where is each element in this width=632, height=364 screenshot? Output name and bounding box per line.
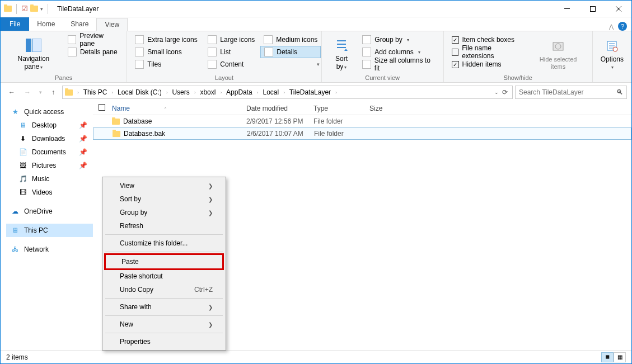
chevron-right-icon[interactable]: › [256,90,260,95]
content-view[interactable]: Content [204,58,260,70]
context-new[interactable]: New❯ [104,318,224,331]
file-row[interactable]: Database.bak 2/6/2017 10:07 AM File fold… [93,127,631,140]
context-customize[interactable]: Customize this folder... [104,237,224,250]
help-icon[interactable]: ? [618,22,627,31]
sidebar-desktop[interactable]: 🖥Desktop📌 [6,119,93,132]
navigation-pane-button[interactable]: Navigation pane▾ [5,34,62,73]
current-view-label: Current view [326,73,439,81]
breadcrumb[interactable]: Local [260,86,281,98]
check-icon[interactable]: ☑ [21,4,28,13]
details-label: Details [277,48,297,56]
qat-dropdown[interactable]: ▾ [40,6,43,12]
collapse-ribbon-icon[interactable]: ⋀ [609,23,614,30]
tiles-view[interactable]: Tiles [132,58,204,70]
thumbnails-view-toggle[interactable]: ▦ [614,352,626,362]
forward-button[interactable]: → [21,86,34,99]
layout-expand-icon[interactable]: ▾ [317,62,320,67]
file-tab[interactable]: File [1,17,29,31]
chevron-right-icon[interactable]: › [219,90,223,95]
breadcrumb[interactable]: TileDataLayer [287,86,333,98]
breadcrumb[interactable]: AppData [224,86,255,98]
large-icons[interactable]: Large icons [204,34,260,46]
context-group-by[interactable]: Group by❯ [104,206,224,219]
sidebar-this-pc[interactable]: 🖥This PC [6,224,93,237]
share-tab[interactable]: Share [63,17,96,31]
sidebar-network[interactable]: 🖧Network [6,243,93,256]
minimize-button[interactable] [554,1,580,17]
select-all-checkbox[interactable] [99,104,105,111]
details-view-toggle[interactable]: ≣ [601,352,614,362]
pin-icon: 📌 [79,135,87,143]
breadcrumb[interactable]: This PC [81,86,110,98]
details-pane-button[interactable]: Details pane [64,46,122,58]
breadcrumb[interactable]: Users [170,86,191,98]
context-paste[interactable]: Paste [106,255,222,268]
chevron-right-icon[interactable]: › [110,90,114,95]
context-paste-shortcut[interactable]: Paste shortcut [104,270,224,283]
context-refresh[interactable]: Refresh [104,219,224,233]
list-view[interactable]: List [204,46,260,58]
sidebar-item-label: Music [32,175,49,183]
sidebar-onedrive[interactable]: ☁OneDrive [6,205,93,218]
view-tab[interactable]: View [96,18,128,31]
close-button[interactable] [606,1,631,17]
context-properties[interactable]: Properties [104,335,224,348]
sidebar-quick-access[interactable]: ★Quick access [6,105,93,119]
details-pane-label: Details pane [80,48,118,56]
column-size[interactable]: Size [369,105,414,112]
context-sort-by[interactable]: Sort by❯ [104,192,224,206]
size-columns-button[interactable]: Size all columns to fit [359,58,438,70]
panes-label: Panes [5,73,122,81]
pc-icon: 🖥 [11,226,20,235]
options-button[interactable]: Options▾ [597,34,627,73]
preview-pane-button[interactable]: Preview pane [64,34,122,46]
refresh-icon[interactable]: ⟳ [502,88,508,96]
add-columns-icon [362,48,371,56]
chevron-right-icon[interactable]: › [165,90,169,95]
home-tab[interactable]: Home [29,17,63,31]
file-name: Database.bak [124,130,165,138]
column-date[interactable]: Date modified [246,105,313,112]
context-undo-copy[interactable]: Undo CopyCtrl+Z [104,283,224,296]
size-columns-icon [362,60,371,69]
sidebar-item-label: Quick access [24,108,64,116]
extra-large-icons[interactable]: Extra large icons [132,34,204,46]
medium-icons[interactable]: Medium icons [260,34,322,46]
sort-by-button[interactable]: Sort by▾ [326,34,357,73]
sidebar-downloads[interactable]: ⬇Downloads📌 [6,132,93,145]
column-type[interactable]: Type [313,105,369,112]
file-name-extensions[interactable]: File name extensions [448,46,527,58]
chevron-right-icon[interactable]: › [193,90,197,95]
chevron-right-icon[interactable]: › [334,90,338,95]
sidebar-music[interactable]: 🎵Music [6,172,93,186]
hidden-items[interactable]: Hidden items [448,58,527,70]
small-icons[interactable]: Small icons [132,46,204,58]
details-view[interactable]: Details [260,46,321,58]
group-by-button[interactable]: Group by▾ [359,34,438,46]
address-dropdown-icon[interactable]: ⌄ [494,89,499,95]
hide-selected-button[interactable]: Hide selected items [529,34,588,73]
qat-folder-icon[interactable] [30,6,38,12]
chevron-right-icon[interactable]: › [76,90,80,95]
up-button[interactable]: ↑ [46,86,60,99]
sidebar-documents[interactable]: 📄Documents📌 [6,145,93,159]
recent-dropdown[interactable]: ▾ [36,86,44,99]
sidebar-videos[interactable]: 🎞Videos [6,186,93,199]
file-row[interactable]: Database 2/9/2017 12:56 PM File folder [93,115,631,127]
hidden-label: Hidden items [462,60,502,68]
breadcrumb[interactable]: xboxl [198,86,218,98]
column-name[interactable]: Name⌃ [112,105,246,112]
context-share-with[interactable]: Share with❯ [104,300,224,314]
maximize-button[interactable] [580,1,606,17]
sidebar-pictures[interactable]: 🖼Pictures📌 [6,159,93,172]
address-bar[interactable]: › This PC› Local Disk (C:)› Users› xboxl… [62,86,513,99]
breadcrumb[interactable]: Local Disk (C:) [115,86,164,98]
sidebar-item-label: Documents [32,148,66,156]
blank [597,73,627,81]
back-button[interactable]: ← [5,86,18,99]
chevron-right-icon[interactable]: › [282,90,286,95]
search-input[interactable]: Search TileDataLayer 🔍︎ [515,86,627,99]
md-icon [264,35,273,44]
sm-label: Small icons [147,48,181,56]
context-view[interactable]: View❯ [104,179,224,192]
